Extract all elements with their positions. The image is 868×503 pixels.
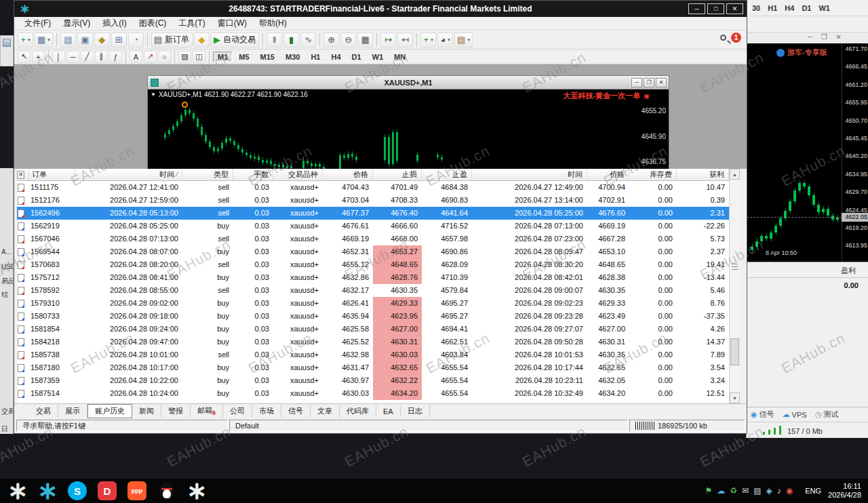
alert-tray-icon[interactable]: ◉ bbox=[786, 487, 793, 495]
panel-grip[interactable] bbox=[732, 264, 738, 270]
terminal-icon[interactable]: ⊞ bbox=[111, 33, 127, 47]
bg-period-button-D1[interactable]: D1 bbox=[802, 4, 811, 12]
column-header-7[interactable]: 止损 bbox=[373, 169, 422, 180]
history-row[interactable]: 15875142026.04.28 10:24:00buy0.03xauusd+… bbox=[17, 387, 729, 400]
menu-item[interactable]: 文件(F) bbox=[18, 16, 57, 31]
cloud-tray-icon[interactable]: ☁ bbox=[717, 487, 725, 495]
menu-item[interactable]: 帮助(H) bbox=[253, 16, 293, 31]
timeframe-d1[interactable]: D1 bbox=[347, 52, 366, 62]
zoom-out-icon[interactable]: ⊖ bbox=[340, 33, 356, 47]
history-row[interactable]: 15706832026.04.28 08:20:00sell0.03xauusd… bbox=[17, 258, 729, 271]
network-tray-icon[interactable]: ◈ bbox=[766, 487, 772, 495]
crosshair-icon[interactable]: + bbox=[32, 51, 45, 63]
history-row[interactable]: 15842182026.04.28 09:47:00buy0.03xauusd+… bbox=[17, 336, 729, 348]
chart-restore-button[interactable]: ❐ bbox=[644, 78, 654, 87]
column-header-12[interactable]: 获利 bbox=[677, 169, 729, 180]
column-header-10[interactable]: 价格 bbox=[587, 169, 629, 180]
timeframe-h1[interactable]: H1 bbox=[306, 52, 325, 62]
history-row[interactable]: 15670462026.04.28 07:13:00sell0.03xauusd… bbox=[17, 233, 729, 245]
mail-tray-icon[interactable]: ✉ bbox=[742, 487, 749, 495]
tile-windows-icon[interactable]: ▦ bbox=[357, 33, 373, 47]
grid-icon[interactable]: ◫ bbox=[193, 51, 205, 63]
scroll-down-button[interactable]: ▼ bbox=[730, 393, 740, 403]
mt4-terminal-2-icon[interactable]: ∗ bbox=[38, 481, 57, 500]
language-indicator[interactable]: ENG bbox=[805, 487, 821, 495]
history-row[interactable]: 15807332026.04.28 09:18:00buy0.03xauusd+… bbox=[17, 310, 729, 323]
trendline-icon[interactable]: ╱ bbox=[81, 51, 94, 63]
timeframe-m1[interactable]: M1 bbox=[213, 52, 233, 62]
menu-item[interactable]: 窗口(W) bbox=[212, 16, 253, 31]
terminal-tab-EA[interactable]: EA bbox=[376, 406, 401, 417]
scroll-up-button[interactable]: ▲ bbox=[730, 169, 740, 180]
terminal-tab-文章[interactable]: 文章 bbox=[311, 405, 340, 418]
bg-status-VPS[interactable]: ☁VPS bbox=[783, 410, 807, 419]
history-row[interactable]: 15785922026.04.28 08:55:00sell0.03xauusd… bbox=[17, 284, 729, 297]
column-header-6[interactable]: 价格 bbox=[323, 169, 373, 180]
vertical-line-icon[interactable]: │ bbox=[52, 51, 65, 63]
bg-period-button-H4[interactable]: H4 bbox=[785, 4, 794, 12]
timeframe-w1[interactable]: W1 bbox=[368, 52, 389, 62]
column-header-11[interactable]: 库存费 bbox=[629, 169, 677, 180]
bg-status-信号[interactable]: ◉信号 bbox=[751, 409, 774, 420]
menu-item[interactable]: 显示(V) bbox=[57, 16, 96, 31]
bg-period-button-30[interactable]: 30 bbox=[752, 4, 760, 12]
strategy-tester-icon[interactable]: ◔ bbox=[128, 33, 144, 47]
fibonacci-icon[interactable]: ƒ bbox=[109, 51, 122, 63]
metaeditor-icon[interactable]: ◆ bbox=[194, 33, 210, 47]
bar-chart-icon[interactable]: ‖ bbox=[267, 33, 282, 47]
line-chart-icon[interactable]: ∿ bbox=[300, 33, 316, 47]
chart-window-titlebar[interactable]: XAUUSD+,M1 ─ ❐ ✕ bbox=[148, 76, 669, 89]
templates-icon[interactable]: ▤▾ bbox=[454, 33, 473, 47]
ppp-app-icon[interactable]: ppp bbox=[127, 481, 146, 500]
chart-close-button[interactable]: ✕ bbox=[656, 78, 667, 87]
profiles-icon[interactable]: ▦▾ bbox=[35, 33, 53, 47]
terminal-tab-邮箱[interactable]: 邮箱6 bbox=[191, 404, 223, 418]
timeframe-m5[interactable]: M5 bbox=[234, 52, 254, 62]
sync-tray-icon[interactable]: ♻ bbox=[730, 487, 737, 495]
bg-period-button-H1[interactable]: H1 bbox=[768, 4, 777, 12]
disk-tray-icon[interactable]: ▤ bbox=[753, 487, 761, 495]
column-header-2[interactable]: 时间 ∕ bbox=[75, 169, 182, 180]
candlestick-icon[interactable]: ▮ bbox=[283, 33, 299, 47]
bg-period-button-W1[interactable]: W1 bbox=[818, 4, 830, 12]
column-header-1[interactable]: 订单 bbox=[29, 169, 75, 180]
new-order-button[interactable]: ▤新订单 bbox=[151, 33, 193, 47]
history-row[interactable]: 15873592026.04.28 10:22:00buy0.03xauusd+… bbox=[17, 374, 729, 387]
column-header-4[interactable]: 手数 bbox=[233, 169, 273, 180]
menu-item[interactable]: 图表(C) bbox=[133, 16, 173, 31]
history-row[interactable]: 15757122026.04.28 08:41:00buy0.03xauusd+… bbox=[17, 271, 729, 284]
indicators-icon[interactable]: +▾ bbox=[420, 33, 436, 47]
history-row[interactable]: 15624962026.04.28 05:13:00sell0.03xauusd… bbox=[17, 207, 729, 220]
autotrading-button[interactable]: ▶自动交易 bbox=[211, 33, 259, 47]
history-row[interactable]: 15629192026.04.28 05:25:00buy0.03xauusd+… bbox=[17, 220, 729, 233]
arrows-icon[interactable]: ↗ bbox=[144, 51, 157, 63]
chart-shift-icon[interactable]: ↤ bbox=[397, 33, 413, 47]
navigator-icon[interactable]: ◆ bbox=[94, 33, 110, 47]
bg-child-window-controls[interactable]: ─ ❐ ✕ bbox=[808, 33, 845, 41]
d-app-icon[interactable]: D bbox=[98, 481, 117, 500]
column-header-5[interactable]: 交易品种 bbox=[273, 169, 323, 180]
mt4-terminal-icon[interactable]: ∗ bbox=[8, 481, 27, 500]
horizontal-line-icon[interactable]: ─ bbox=[66, 51, 79, 63]
cursor-icon[interactable]: ↖ bbox=[18, 51, 31, 63]
timeframe-mn[interactable]: MN bbox=[389, 52, 410, 62]
autoscroll-icon[interactable]: ↦ bbox=[380, 33, 396, 47]
mt4-terminal-3-icon[interactable]: ∗ bbox=[187, 481, 206, 500]
antivirus-tray-icon[interactable]: ⚑ bbox=[705, 487, 713, 495]
history-row[interactable]: 15857382026.04.28 10:01:00sell0.03xauusd… bbox=[17, 348, 729, 361]
pattern-icon[interactable]: ▨ bbox=[178, 51, 191, 63]
history-row[interactable]: 15871802026.04.28 10:17:00buy0.03xauusd+… bbox=[17, 361, 729, 374]
notification-badge[interactable]: 1 bbox=[731, 33, 741, 43]
terminal-tab-市场[interactable]: 市场 bbox=[252, 405, 281, 418]
panel-close-button[interactable]: ✕ bbox=[17, 171, 24, 179]
column-header-3[interactable]: 类型 bbox=[182, 169, 233, 180]
history-row[interactable]: 15111752026.04.27 12:41:00sell0.03xauusd… bbox=[17, 181, 729, 194]
close-button[interactable]: ✕ bbox=[726, 3, 743, 14]
bg-status-测试[interactable]: ◷测试 bbox=[815, 409, 839, 420]
market-watch-icon[interactable]: ▤ bbox=[60, 33, 76, 47]
periods-icon[interactable]: ◕▾ bbox=[437, 33, 453, 47]
zoom-in-icon[interactable]: ⊕ bbox=[323, 33, 339, 47]
vertical-scrollbar[interactable]: ▲ ▼ bbox=[729, 169, 740, 403]
terminal-tab-账户历史[interactable]: 账户历史 bbox=[87, 404, 132, 418]
status-profile[interactable]: Default bbox=[229, 420, 628, 432]
